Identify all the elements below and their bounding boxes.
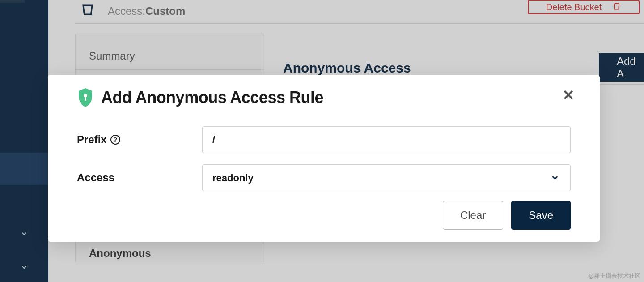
- save-button[interactable]: Save: [511, 201, 571, 230]
- watermark: @稀土掘金技术社区: [588, 272, 640, 280]
- prefix-label-text: Prefix: [77, 133, 107, 146]
- prefix-row: Prefix ?: [77, 126, 571, 153]
- close-button[interactable]: [560, 87, 576, 103]
- prefix-label: Prefix ?: [77, 133, 202, 146]
- access-select-wrap: readonly: [202, 164, 571, 191]
- access-label: Access: [77, 171, 202, 184]
- access-row: Access readonly: [77, 164, 571, 191]
- help-icon[interactable]: ?: [110, 135, 120, 145]
- svg-rect-1: [85, 97, 86, 101]
- access-select[interactable]: readonly: [202, 164, 571, 191]
- modal-actions: Clear Save: [443, 201, 571, 230]
- modal-header: Add Anonymous Access Rule: [77, 88, 323, 107]
- clear-button[interactable]: Clear: [443, 201, 503, 230]
- shield-icon: [77, 88, 94, 107]
- modal-title: Add Anonymous Access Rule: [101, 88, 323, 107]
- prefix-input[interactable]: [202, 126, 571, 153]
- close-icon: [562, 88, 575, 103]
- add-anonymous-rule-modal: Add Anonymous Access Rule Prefix ? Acces…: [48, 75, 600, 242]
- access-label-text: Access: [77, 171, 114, 184]
